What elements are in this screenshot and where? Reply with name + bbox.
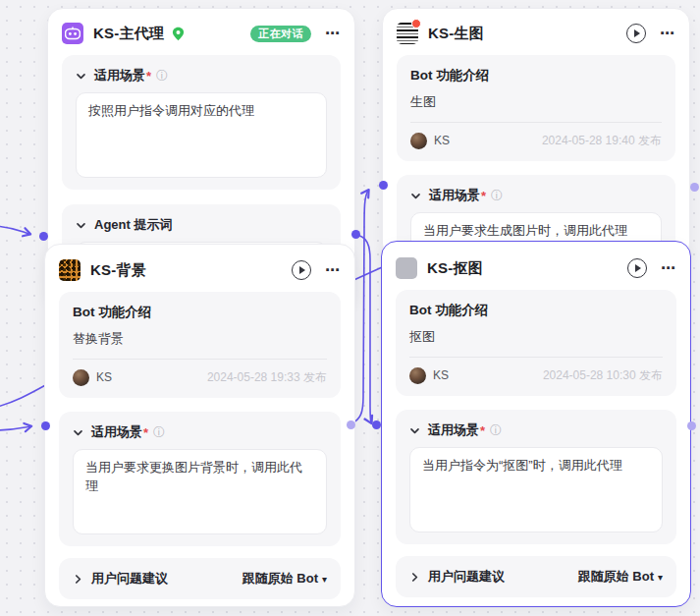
required-mark: *	[146, 69, 151, 84]
scene-text-input[interactable]: 当用户指令为“抠图”时，调用此代理	[409, 447, 663, 532]
chevron-down-icon[interactable]	[76, 220, 86, 231]
divider	[409, 357, 663, 358]
bot-intro-box: Bot 功能介绍 抠图 KS 2024-05-28 10:30 发布	[396, 290, 676, 396]
unpublished-changes-dot	[411, 19, 421, 28]
agent-flow-canvas[interactable]: KS-主代理 正在对话 ⋯ 适用场景 *	[0, 0, 700, 616]
main-agent-avatar	[62, 23, 83, 44]
card-title: KS-背景	[90, 261, 146, 280]
section-label: 适用场景	[91, 423, 142, 441]
status-badge: 正在对话	[250, 26, 311, 42]
author-avatar	[73, 369, 89, 386]
divider	[73, 359, 327, 360]
run-play-icon[interactable]	[626, 24, 646, 43]
port-koutu-input[interactable]	[372, 420, 381, 429]
info-icon[interactable]: ⓘ	[490, 424, 502, 436]
suggestions-label: 用户问题建议	[91, 570, 168, 588]
author-name: KS	[433, 368, 449, 382]
agent-card-koutu[interactable]: KS-抠图 ⋯ Bot 功能介绍 抠图 KS 2024-05-28 10:30 …	[381, 241, 691, 607]
bot-intro-label: Bot 功能介绍	[409, 302, 663, 319]
section-label: 适用场景	[428, 421, 479, 439]
edge-hidden-left-segment	[0, 383, 49, 408]
author-name: KS	[434, 134, 450, 147]
port-shengtu-input[interactable]	[379, 181, 388, 190]
bot-intro-box: Bot 功能介绍 替换背景 KS 2024-05-28 19:33 发布	[59, 292, 341, 398]
section-label: 适用场景	[429, 187, 480, 204]
port-beijing-input[interactable]	[41, 421, 50, 430]
suggestions-mode-select[interactable]: 跟随原始 Bot	[242, 570, 318, 588]
suggestions-mode-select[interactable]: 跟随原始 Bot	[578, 568, 654, 586]
chevron-right-icon[interactable]	[73, 574, 83, 585]
edge-into-beijing	[0, 426, 30, 430]
agent-card-shengtu[interactable]: KS-生图 ⋯ Bot 功能介绍 生图 KS 2024-05-28 19:40 …	[382, 8, 690, 259]
bot-intro-box: Bot 功能介绍 生图 KS 2024-05-28 19:40 发布	[397, 55, 675, 161]
caret-down-icon: ▾	[658, 572, 663, 583]
divider	[410, 122, 662, 123]
info-icon[interactable]: ⓘ	[156, 70, 168, 82]
section-scene: 适用场景 * ⓘ 当用户要求更换图片背景时，调用此代理	[59, 412, 341, 546]
bot-intro-text: 抠图	[409, 328, 663, 346]
author-avatar	[410, 133, 427, 149]
chevron-down-icon[interactable]	[73, 427, 83, 438]
bot-intro-text: 替换背景	[73, 330, 327, 348]
more-menu-icon[interactable]: ⋯	[325, 261, 341, 279]
scene-text-input[interactable]: 按照用户指令调用对应的代理	[76, 92, 327, 178]
card-title: KS-生图	[428, 25, 484, 43]
author-name: KS	[96, 370, 112, 384]
chevron-right-icon[interactable]	[409, 572, 420, 583]
publish-timestamp: 2024-05-28 19:33 发布	[207, 369, 327, 386]
bot-intro-label: Bot 功能介绍	[73, 304, 327, 321]
required-mark: *	[481, 189, 486, 203]
port-main-input[interactable]	[39, 232, 48, 241]
section-label: 适用场景	[94, 67, 145, 84]
card-title: KS-主代理	[93, 25, 164, 43]
location-pin-icon	[172, 27, 185, 41]
info-icon[interactable]: ⓘ	[491, 190, 503, 201]
port-beijing-output[interactable]	[347, 420, 355, 429]
section-scene: 适用场景 * ⓘ 按照用户指令调用对应的代理	[62, 55, 341, 190]
port-shengtu-output[interactable]	[690, 183, 699, 192]
scene-text-input[interactable]: 当用户要求更换图片背景时，调用此代理	[73, 449, 327, 534]
section-user-suggestions[interactable]: 用户问题建议 跟随原始 Bot ▾	[59, 558, 341, 599]
info-icon[interactable]: ⓘ	[153, 426, 165, 438]
chevron-down-icon[interactable]	[76, 71, 86, 82]
author-avatar	[409, 367, 426, 384]
more-menu-icon[interactable]: ⋯	[325, 25, 341, 42]
suggestions-label: 用户问题建议	[428, 568, 505, 586]
section-user-suggestions[interactable]: 用户问题建议 跟随原始 Bot ▾	[396, 556, 676, 597]
publish-timestamp: 2024-05-28 10:30 发布	[543, 367, 663, 384]
port-main-output[interactable]	[351, 230, 360, 239]
chevron-down-icon[interactable]	[409, 425, 420, 436]
card-title: KS-抠图	[427, 259, 483, 278]
publish-timestamp: 2024-05-28 19:40 发布	[542, 133, 662, 149]
bot-intro-label: Bot 功能介绍	[410, 67, 662, 84]
section-scene: 适用场景 * ⓘ 当用户指令为“抠图”时，调用此代理	[396, 410, 676, 544]
koutu-bot-avatar	[396, 257, 417, 279]
section-label: Agent 提示词	[94, 216, 172, 234]
agent-card-beijing[interactable]: KS-背景 ⋯ Bot 功能介绍 替换背景 KS 2024-05-28 19:3…	[44, 244, 355, 607]
run-play-icon[interactable]	[292, 260, 311, 280]
beijing-bot-avatar	[59, 259, 81, 281]
port-koutu-output[interactable]	[687, 421, 696, 430]
required-mark: *	[480, 423, 485, 438]
bot-intro-text: 生图	[410, 93, 662, 111]
edge-into-main-agent	[0, 226, 29, 234]
required-mark: *	[143, 425, 148, 440]
shengtu-bot-avatar	[397, 23, 418, 44]
more-menu-icon[interactable]: ⋯	[660, 25, 675, 42]
caret-down-icon: ▾	[322, 574, 327, 585]
more-menu-icon[interactable]: ⋯	[661, 259, 676, 277]
chevron-down-icon[interactable]	[410, 191, 421, 201]
run-play-icon[interactable]	[627, 258, 647, 278]
